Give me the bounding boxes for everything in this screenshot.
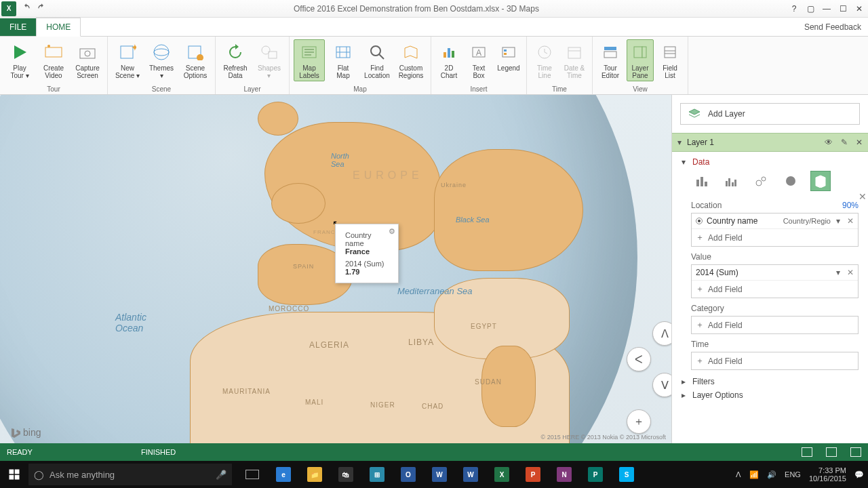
tab-file[interactable]: FILE [0,18,36,36]
viz-bubble-button[interactable] [751,171,771,191]
viz-clustered-column-button[interactable] [721,171,741,191]
data-section-header[interactable]: ▾Data [682,157,859,167]
flat-map-button[interactable]: Flat Map [328,39,359,81]
calendar-icon [564,41,585,63]
status-icon-1[interactable] [802,447,812,457]
map-view[interactable]: North Sea EUROPE Black Sea Mediterranean… [0,95,671,443]
start-button[interactable] [0,461,28,488]
refresh-data-button[interactable]: Refresh Data [220,39,251,81]
tray-clock[interactable]: 7:33 PM 10/16/2015 [809,466,846,483]
search-box[interactable]: ◯ Ask me anything 🎤 [28,464,232,485]
taskbar-app1[interactable]: ⊞ [362,461,392,488]
remove-field-icon[interactable]: ✕ [847,268,854,277]
remove-field-icon[interactable]: ✕ [847,216,854,226]
taskbar: ◯ Ask me anything 🎤 e 📁 🛍 ⊞ O W W X P N … [0,461,868,488]
dropdown-icon[interactable]: ▾ [836,268,840,277]
time-field-box: ＋Add Field [691,352,859,370]
search-placeholder: Ask me anything [50,470,115,480]
location-percent[interactable]: 90% [842,201,859,210]
collapse-icon[interactable]: ▾ [677,138,682,147]
add-layer-button[interactable]: Add Layer [680,103,860,125]
status-icon-3[interactable] [850,447,861,457]
tilt-down-button[interactable]: ᐯ [652,373,671,397]
taskbar-powerpoint[interactable]: P [518,461,548,488]
svg-point-10 [197,54,203,60]
rename-icon[interactable]: ✎ [841,138,848,147]
mic-icon[interactable]: 🎤 [216,470,226,480]
viz-heatmap-button[interactable] [781,171,801,191]
taskbar-edge[interactable]: e [269,461,298,488]
layer-header[interactable]: ▾ Layer 1 👁 ✎ ✕ [672,133,868,152]
find-location-button[interactable]: Find Location [361,39,393,81]
custom-regions-button[interactable]: Custom Regions [395,39,427,81]
create-video-button[interactable]: Create Video [38,39,69,81]
excel-icon: X [1,1,16,16]
svg-point-42 [756,180,762,186]
send-feedback-link[interactable]: Send Feedback [804,22,861,32]
task-view-button[interactable] [237,461,267,488]
label-europe: EUROPE [353,169,423,182]
taskbar-excel[interactable]: X [487,461,517,488]
ribbon-options-icon[interactable]: ▢ [803,2,818,16]
new-scene-button[interactable]: ✦New Scene ▾ [112,39,143,81]
viz-stacked-column-button[interactable] [691,171,711,191]
tray-volume-icon[interactable]: 🔊 [767,470,776,479]
taskbar-store[interactable]: 🛍 [331,461,361,488]
value-add-field[interactable]: ＋Add Field [692,281,858,298]
bing-attribution: bing [9,427,41,438]
scene-options-button[interactable]: Scene Options [180,39,211,81]
2d-chart-button[interactable]: 2D Chart [435,39,462,81]
tilt-up-button[interactable]: ᐱ [652,321,671,346]
capture-screen-button[interactable]: Capture Screen [72,39,103,81]
location-field-row[interactable]: Country name Country/Regio ▾ ✕ [692,214,858,229]
delete-layer-icon[interactable]: ✕ [856,138,863,147]
radio-icon[interactable] [696,218,703,224]
category-add-field[interactable]: ＋Add Field [692,317,858,333]
help-icon[interactable]: ? [787,2,802,16]
layer-pane-button[interactable]: Layer Pane [627,39,654,81]
taskbar-outlook[interactable]: O [393,461,423,488]
maximize-icon[interactable]: ☐ [835,2,850,16]
layer-pane-icon [629,41,651,63]
taskbar-skype[interactable]: S [612,461,642,488]
label-libya: LIBYA [408,338,434,347]
status-icon-2[interactable] [826,447,837,457]
play-tour-button[interactable]: Play Tour ▾ [4,39,35,81]
svg-point-2 [47,45,50,47]
field-list-button[interactable]: Field List [656,39,684,81]
themes-button[interactable]: Themes ▾ [146,39,177,81]
label-spain: SPAIN [293,263,314,270]
tray-network-icon[interactable]: 📶 [749,470,759,479]
filters-section-header[interactable]: ▸Filters [682,377,859,386]
tooltip-gear-icon[interactable]: ⚙ [389,227,395,236]
visibility-icon[interactable]: 👁 [825,138,833,147]
tray-notifications-icon[interactable]: 💬 [854,470,864,479]
viz-region-button[interactable] [810,171,831,191]
close-icon[interactable]: ✕ [852,2,867,16]
value-field-row[interactable]: 2014 (Sum) ▾ ✕ [692,265,858,281]
tour-editor-button[interactable]: Tour Editor [597,39,624,81]
undo-icon[interactable] [22,3,31,14]
text-box-button[interactable]: AText Box [465,39,492,81]
layer-options-section-header[interactable]: ▸Layer Options [682,390,859,400]
map-labels-button[interactable]: Map Labels [294,39,325,81]
minimize-icon[interactable]: — [819,2,834,16]
dropdown-icon[interactable]: ▾ [836,216,840,226]
taskbar-explorer[interactable]: 📁 [300,461,330,488]
location-add-field[interactable]: ＋Add Field [692,229,858,246]
rotate-left-button[interactable]: ᐸ [627,347,651,371]
svg-rect-41 [734,180,736,186]
taskbar-word2[interactable]: W [456,461,486,488]
redo-icon[interactable] [37,3,46,14]
tray-language[interactable]: ENG [785,470,801,479]
taskbar-publisher[interactable]: P [580,461,610,488]
cortana-icon: ◯ [34,470,44,480]
tab-home[interactable]: HOME [36,18,81,37]
legend-button[interactable]: Legend [495,39,522,74]
taskbar-word[interactable]: W [425,461,454,488]
tray-chevron-icon[interactable]: ᐱ [736,470,741,479]
taskbar-onenote[interactable]: N [549,461,579,488]
time-add-field[interactable]: ＋Add Field [692,352,858,369]
close-pane-icon[interactable]: ✕ [859,191,867,202]
zoom-in-button[interactable]: ＋ [627,409,651,434]
